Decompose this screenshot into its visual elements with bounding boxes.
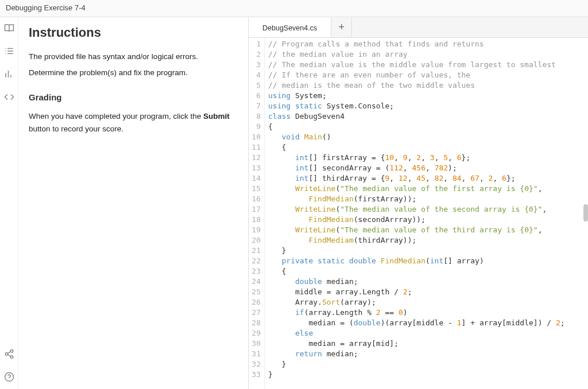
svg-line-12 — [7, 352, 10, 353]
help-icon[interactable] — [4, 372, 14, 382]
svg-line-13 — [7, 355, 10, 356]
window-title: Debugging Exercise 7-4 — [0, 0, 588, 17]
line-gutter: 1234567891011121314151617181920212223242… — [249, 38, 265, 389]
code-area[interactable]: // Program calls a method that finds and… — [265, 38, 588, 389]
grading-heading: Grading — [29, 92, 237, 102]
svg-point-9 — [10, 350, 13, 353]
file-tab[interactable]: DebugSeven4.cs — [249, 17, 331, 37]
panel-heading: Instructions — [29, 25, 237, 40]
new-tab-button[interactable]: + — [331, 17, 352, 37]
instruction-text: The provided file has syntax and/or logi… — [29, 50, 237, 63]
svg-point-11 — [10, 356, 13, 359]
scrollbar-thumb[interactable] — [583, 204, 588, 221]
instruction-text: Determine the problem(s) and fix the pro… — [29, 67, 237, 79]
editor-panel: DebugSeven4.cs + 12345678910111213141516… — [248, 17, 588, 389]
instructions-panel: Instructions The provided file has synta… — [18, 17, 248, 389]
chart-icon[interactable] — [4, 69, 14, 79]
list-icon[interactable] — [4, 46, 14, 56]
grading-text: When you have completed your program, cl… — [29, 110, 237, 135]
svg-point-10 — [5, 353, 8, 356]
code-editor[interactable]: 1234567891011121314151617181920212223242… — [249, 38, 588, 389]
svg-point-14 — [5, 373, 13, 382]
tool-sidebar — [0, 17, 18, 389]
tab-bar: DebugSeven4.cs + — [249, 17, 588, 38]
code-icon[interactable] — [4, 92, 14, 102]
book-icon[interactable] — [4, 23, 14, 33]
share-icon[interactable] — [4, 349, 14, 359]
